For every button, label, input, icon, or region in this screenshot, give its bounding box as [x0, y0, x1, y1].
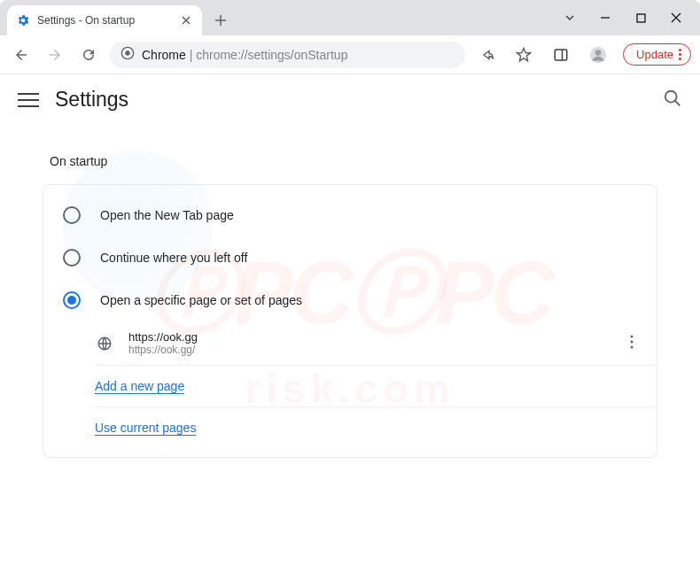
address-text: Chrome | chrome://settings/onStartup [142, 48, 347, 62]
minimize-button[interactable] [599, 12, 611, 24]
svg-point-8 [631, 335, 634, 337]
svg-point-5 [595, 50, 602, 56]
update-label: Update [636, 48, 673, 61]
option-label: Open a specific page or set of pages [100, 293, 302, 307]
startup-pages-list: https://ook.gg https://ook.gg/ Add a new… [95, 321, 657, 448]
page-title-text: https://ook.gg [128, 330, 198, 344]
browser-tab[interactable]: Settings - On startup [7, 5, 202, 35]
tab-title: Settings - On startup [37, 14, 135, 27]
side-panel-icon[interactable] [548, 43, 573, 67]
use-current-link[interactable]: Use current pages [95, 421, 196, 436]
page-url-text: https://ook.gg/ [128, 344, 198, 356]
section-title: On startup [50, 154, 657, 168]
update-button[interactable]: Update [623, 43, 691, 66]
chrome-logo-icon [121, 46, 135, 63]
close-tab-icon[interactable] [179, 13, 193, 27]
svg-rect-3 [555, 50, 567, 60]
reload-button[interactable] [76, 43, 101, 67]
search-icon[interactable] [663, 89, 682, 112]
maximize-button[interactable] [634, 12, 647, 24]
more-options-icon[interactable] [630, 335, 634, 352]
toolbar: Chrome | chrome://settings/onStartup Upd… [0, 35, 700, 74]
svg-point-9 [631, 340, 634, 343]
radio-icon [63, 291, 81, 309]
svg-rect-0 [637, 14, 645, 22]
use-current-row: Use current pages [95, 407, 657, 448]
gear-icon [16, 13, 30, 27]
globe-icon [95, 334, 114, 353]
option-continue[interactable]: Continue where you left off [43, 236, 657, 279]
window-controls [546, 0, 700, 35]
svg-point-10 [631, 345, 634, 348]
new-tab-button[interactable] [207, 5, 234, 35]
back-button[interactable] [9, 43, 34, 67]
option-label: Continue where you left off [100, 251, 247, 265]
add-page-link[interactable]: Add a new page [95, 379, 184, 394]
share-icon[interactable] [474, 43, 499, 67]
option-new-tab[interactable]: Open the New Tab page [43, 194, 657, 236]
address-bar[interactable]: Chrome | chrome://settings/onStartup [110, 42, 465, 68]
profile-icon[interactable] [586, 43, 611, 67]
chevron-down-icon[interactable] [564, 12, 576, 24]
radio-icon [63, 206, 81, 224]
svg-point-2 [125, 50, 129, 55]
startup-card: Open the New Tab page Continue where you… [43, 184, 657, 458]
menu-dots-icon [679, 49, 681, 60]
add-page-row: Add a new page [95, 366, 657, 407]
page-title: Settings [55, 88, 128, 112]
settings-header: Settings [0, 74, 700, 126]
close-window-button[interactable] [670, 12, 682, 24]
option-label: Open the New Tab page [100, 208, 234, 222]
startup-page-item: https://ook.gg https://ook.gg/ [95, 321, 657, 366]
hamburger-menu-icon[interactable] [18, 89, 39, 111]
option-specific-pages[interactable]: Open a specific page or set of pages [43, 279, 657, 321]
bookmark-icon[interactable] [511, 43, 536, 67]
svg-point-6 [665, 90, 677, 102]
window-titlebar: Settings - On startup [0, 0, 700, 35]
content-area: On startup Open the New Tab page Continu… [0, 126, 700, 476]
radio-icon [63, 249, 81, 267]
forward-button[interactable] [43, 43, 67, 67]
